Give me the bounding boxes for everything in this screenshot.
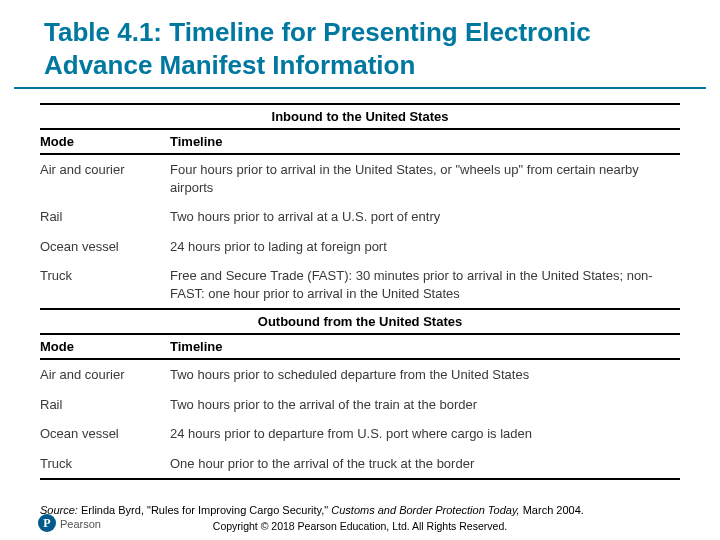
cell-mode: Air and courier	[40, 366, 170, 384]
table-row: Air and courier Two hours prior to sched…	[40, 360, 680, 390]
source-tail: March 2004.	[520, 504, 584, 516]
cell-mode: Truck	[40, 455, 170, 473]
column-header-row: Mode Timeline	[40, 335, 680, 360]
cell-timeline: Free and Secure Trade (FAST): 30 minutes…	[170, 267, 680, 302]
table-row: Truck One hour prior to the arrival of t…	[40, 449, 680, 479]
col-header-timeline: Timeline	[170, 339, 680, 354]
cell-timeline: Four hours prior to arrival in the Unite…	[170, 161, 680, 196]
cell-timeline: Two hours prior to scheduled departure f…	[170, 366, 680, 384]
source-publication: Customs and Border Protection Today,	[331, 504, 519, 516]
manifest-table: Inbound to the United States Mode Timeli…	[0, 103, 720, 480]
section-heading-inbound: Inbound to the United States	[40, 103, 680, 130]
cell-mode: Rail	[40, 208, 170, 226]
col-header-mode: Mode	[40, 134, 170, 149]
slide-title: Table 4.1: Timeline for Presenting Elect…	[14, 0, 706, 89]
cell-timeline: One hour prior to the arrival of the tru…	[170, 455, 680, 473]
section-heading-outbound: Outbound from the United States	[40, 310, 680, 335]
table-row: Ocean vessel 24 hours prior to lading at…	[40, 232, 680, 262]
col-header-timeline: Timeline	[170, 134, 680, 149]
cell-mode: Air and courier	[40, 161, 170, 196]
source-text: Erlinda Byrd, "Rules for Improving Cargo…	[78, 504, 331, 516]
source-citation: Source: Erlinda Byrd, "Rules for Improvi…	[0, 504, 720, 516]
col-header-mode: Mode	[40, 339, 170, 354]
table-row: Air and courier Four hours prior to arri…	[40, 155, 680, 202]
copyright-footer: Copyright © 2018 Pearson Education, Ltd.…	[0, 520, 720, 532]
cell-timeline: 24 hours prior to lading at foreign port	[170, 238, 680, 256]
table-row: Ocean vessel 24 hours prior to departure…	[40, 419, 680, 449]
table-row: Truck Free and Secure Trade (FAST): 30 m…	[40, 261, 680, 308]
cell-timeline: Two hours prior to the arrival of the tr…	[170, 396, 680, 414]
cell-mode: Truck	[40, 267, 170, 302]
column-header-row: Mode Timeline	[40, 130, 680, 155]
table-row: Rail Two hours prior to the arrival of t…	[40, 390, 680, 420]
cell-timeline: Two hours prior to arrival at a U.S. por…	[170, 208, 680, 226]
table-row: Rail Two hours prior to arrival at a U.S…	[40, 202, 680, 232]
cell-mode: Rail	[40, 396, 170, 414]
cell-mode: Ocean vessel	[40, 238, 170, 256]
cell-mode: Ocean vessel	[40, 425, 170, 443]
cell-timeline: 24 hours prior to departure from U.S. po…	[170, 425, 680, 443]
